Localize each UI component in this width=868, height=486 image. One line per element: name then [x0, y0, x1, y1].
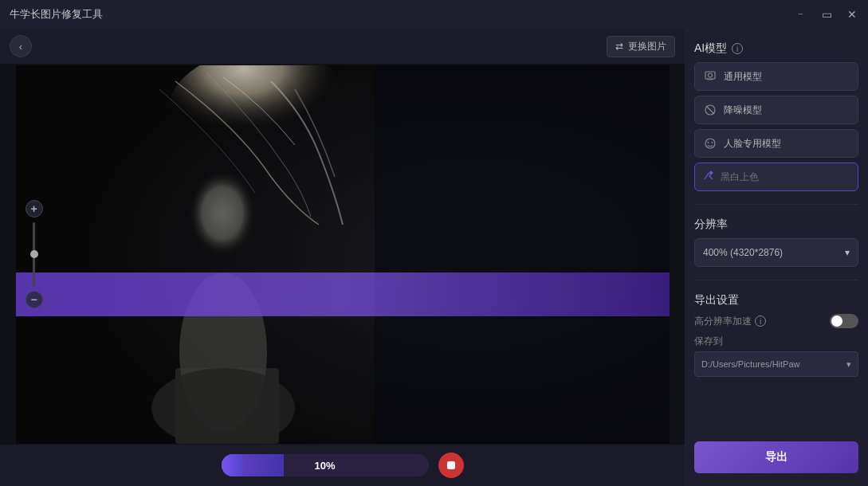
progress-fill: [222, 454, 242, 476]
chevron-down-icon: ▾: [845, 247, 850, 258]
export-btn-label: 导出: [765, 450, 787, 464]
svg-point-15: [712, 142, 713, 143]
magic-color-input[interactable]: [694, 163, 858, 191]
ai-model-info-icon: i: [732, 43, 743, 54]
gpu-accel-row: 高分辨率加速 i: [694, 314, 858, 328]
save-path-select[interactable]: D:/Users/Pictures/HitPaw ▾: [694, 351, 858, 377]
progress-area: 10%: [0, 445, 685, 486]
zoom-out-button[interactable]: −: [26, 291, 43, 308]
zoom-slider[interactable]: [33, 222, 35, 286]
magic-text-input[interactable]: [721, 171, 850, 182]
maximize-button[interactable]: ▭: [820, 8, 833, 21]
app-title: 牛学长图片修复工具: [10, 7, 103, 22]
svg-point-10: [709, 73, 713, 77]
zoom-thumb[interactable]: [30, 250, 38, 258]
ai-model-section: AI模型 i 通用模型: [694, 41, 858, 191]
general-model-button[interactable]: 通用模型: [694, 62, 858, 91]
ai-model-title: AI模型 i: [694, 41, 858, 56]
processing-stripe: [16, 272, 670, 316]
progress-label: 10%: [314, 460, 335, 472]
save-to-label-row: 保存到: [694, 335, 858, 348]
spacer: [694, 388, 858, 430]
back-button[interactable]: ‹: [10, 35, 32, 57]
svg-point-16: [710, 172, 713, 174]
denoise-model-button[interactable]: 降噪模型: [694, 96, 858, 124]
denoise-model-icon: [703, 103, 717, 117]
close-button[interactable]: ✕: [846, 8, 858, 21]
change-image-button[interactable]: ⇄ 更换图片: [607, 36, 675, 57]
stop-icon: [447, 461, 455, 469]
resolution-title: 分辨率: [694, 218, 858, 232]
svg-point-14: [708, 142, 709, 143]
divider-1: [694, 204, 858, 205]
back-icon: ‹: [19, 41, 22, 53]
minimize-button[interactable]: ﹣: [795, 8, 807, 21]
stop-button[interactable]: [438, 453, 464, 478]
export-button[interactable]: 导出: [694, 441, 858, 473]
zoom-controls: + −: [26, 200, 43, 308]
viewer-topbar: ‹ ⇄ 更换图片: [0, 29, 685, 64]
export-settings-section: 导出设置 高分辨率加速 i 保存到 D:/Users/Pictures/HitP…: [694, 293, 858, 377]
window-controls: ﹣ ▭ ✕: [795, 8, 858, 21]
gpu-accel-label: 高分辨率加速 i: [694, 315, 766, 328]
resolution-section: 分辨率 400% (4320*2876) ▾: [694, 218, 858, 267]
change-img-label: 更换图片: [628, 40, 666, 53]
resolution-value: 400% (4320*2876): [703, 247, 783, 258]
progress-bar: 10%: [222, 454, 429, 476]
zoom-in-button[interactable]: +: [26, 200, 43, 218]
face-model-icon: [703, 136, 717, 151]
face-model-label: 人脸专用模型: [724, 137, 781, 151]
change-icon: ⇄: [615, 41, 623, 52]
image-area: + −: [0, 64, 685, 445]
toggle-thumb: [831, 316, 842, 327]
gpu-info-icon: i: [755, 316, 766, 327]
save-to-label: 保存到: [694, 335, 723, 348]
export-settings-title: 导出设置: [694, 293, 858, 308]
canvas-container: + −: [16, 65, 670, 444]
general-model-label: 通用模型: [724, 70, 762, 84]
magic-icon: [703, 170, 714, 184]
titlebar: 牛学长图片修复工具 ﹣ ▭ ✕: [0, 0, 868, 29]
svg-point-13: [705, 139, 715, 148]
viewer-panel: ‹ ⇄ 更换图片: [0, 29, 685, 486]
svg-rect-7: [375, 65, 670, 444]
path-chevron-icon: ▾: [846, 359, 851, 370]
face-model-button[interactable]: 人脸专用模型: [694, 129, 858, 158]
sidebar: AI模型 i 通用模型: [685, 29, 868, 486]
main-layout: ‹ ⇄ 更换图片: [0, 29, 868, 486]
resolution-select[interactable]: 400% (4320*2876) ▾: [694, 238, 858, 267]
general-model-icon: [703, 69, 717, 84]
denoise-model-label: 降噪模型: [724, 104, 762, 117]
divider-2: [694, 280, 858, 280]
portrait-svg: [16, 65, 670, 444]
save-path-value: D:/Users/Pictures/HitPaw: [701, 359, 799, 369]
svg-line-12: [706, 106, 714, 114]
svg-rect-9: [705, 72, 715, 79]
gpu-accel-toggle[interactable]: [830, 314, 858, 328]
